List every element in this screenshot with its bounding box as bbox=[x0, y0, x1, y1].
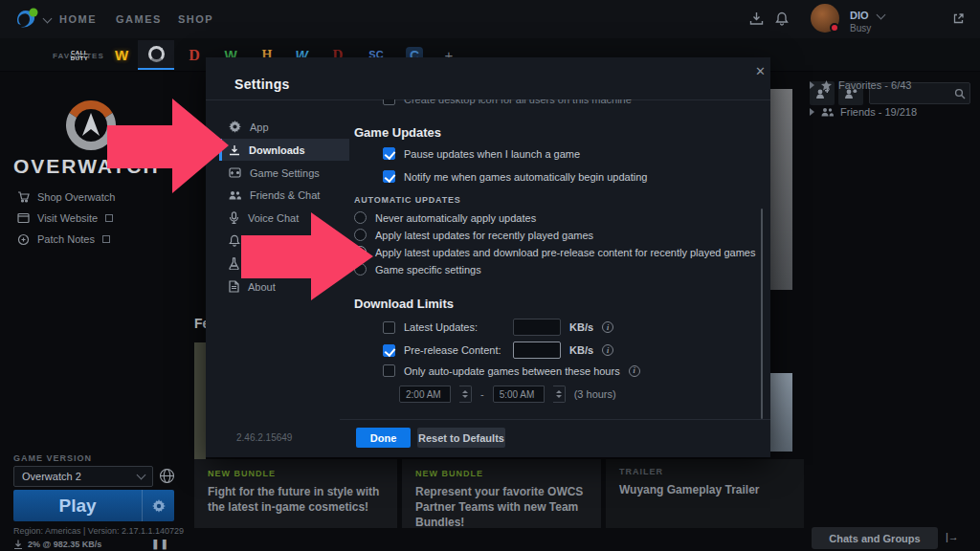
settings-nav-voice-chat[interactable]: Voice Chat bbox=[219, 207, 349, 229]
user-menu-chevron-icon[interactable] bbox=[877, 11, 886, 20]
settings-nav-downloads[interactable]: Downloads bbox=[219, 139, 349, 161]
nav-shop[interactable]: SHOP bbox=[178, 13, 213, 25]
content-scrollbar[interactable] bbox=[761, 209, 763, 419]
settings-nav-app[interactable]: App bbox=[219, 116, 349, 138]
pause-download-button[interactable]: ❚❚ bbox=[151, 539, 169, 549]
settings-nav-friends-chat[interactable]: Friends & Chat bbox=[219, 184, 349, 206]
play-button[interactable]: Play bbox=[13, 490, 174, 521]
settings-nav-notifications[interactable]: Notifications bbox=[219, 230, 349, 252]
notifications-bell-icon[interactable] bbox=[775, 11, 789, 26]
radio-game-specific[interactable]: Game specific settings bbox=[354, 263, 481, 276]
overwatch-logo bbox=[63, 98, 119, 153]
friends-group[interactable]: Friends - 19/218 bbox=[810, 106, 917, 118]
game-title: OVERWATCH bbox=[13, 155, 160, 178]
cut-checkbox-row[interactable]: Create desktop icon for all users on thi… bbox=[383, 99, 632, 105]
link-visit-website[interactable]: Visit Website bbox=[17, 210, 113, 226]
settings-nav-about[interactable]: About bbox=[219, 276, 349, 298]
time-from-stepper[interactable] bbox=[459, 386, 472, 403]
radio-prerelease-selected[interactable]: Apply latest updates and download pre-re… bbox=[354, 246, 755, 258]
background-banner-sliver bbox=[770, 89, 792, 290]
settings-content: Create desktop icon for all users on thi… bbox=[340, 99, 757, 419]
radio[interactable] bbox=[354, 211, 367, 224]
done-button[interactable]: Done bbox=[356, 428, 411, 448]
radio-never-apply[interactable]: Never automatically apply updates bbox=[354, 211, 536, 224]
checkbox[interactable] bbox=[383, 321, 395, 334]
tab-world-of-warcraft[interactable]: W bbox=[103, 40, 140, 70]
favorites-group[interactable]: Favorites - 6/43 bbox=[810, 79, 911, 91]
settings-nav-game-settings[interactable]: Game Settings bbox=[219, 162, 349, 184]
latest-updates-kbps-input[interactable] bbox=[513, 319, 561, 336]
card-title: Represent your favorite OWCS Partner Tea… bbox=[415, 484, 588, 531]
info-icon[interactable]: i bbox=[602, 321, 613, 333]
call-of-duty-icon: CALL DUTY bbox=[70, 50, 89, 61]
pause-updates-row[interactable]: Pause updates when I launch a game bbox=[383, 147, 580, 160]
game-version-select[interactable]: Overwatch 2 bbox=[13, 466, 153, 487]
battle-net-window: HOME GAMES SHOP DIO Busy FAVORITES C bbox=[0, 0, 980, 551]
battle-net-logo[interactable] bbox=[13, 7, 38, 32]
time-to-input[interactable]: 5:00 AM bbox=[493, 386, 545, 403]
tab-call-of-duty[interactable]: CALL DUTY bbox=[61, 40, 98, 70]
tab-overwatch-selected[interactable] bbox=[138, 40, 174, 70]
info-icon[interactable]: i bbox=[629, 365, 640, 377]
gear-icon bbox=[229, 121, 241, 133]
download-arrow-icon bbox=[13, 540, 23, 549]
checkbox[interactable] bbox=[383, 99, 395, 105]
chats-and-groups-button[interactable]: Chats and Groups bbox=[812, 527, 938, 549]
radio-selected[interactable] bbox=[354, 246, 367, 258]
footer-divider bbox=[340, 419, 770, 420]
external-link-icon bbox=[105, 214, 113, 222]
time-to-stepper[interactable] bbox=[553, 386, 566, 403]
close-icon[interactable]: ✕ bbox=[751, 60, 769, 82]
logo-menu-chevron-icon[interactable] bbox=[43, 14, 53, 24]
link-label: Patch Notes bbox=[37, 233, 95, 245]
card-tag: NEW BUNDLE bbox=[415, 469, 588, 478]
friends-icon bbox=[229, 190, 241, 200]
background-image-sliver bbox=[770, 373, 792, 452]
expand-arrow-icon bbox=[810, 81, 814, 89]
link-patch-notes[interactable]: Patch Notes bbox=[17, 231, 110, 247]
download-icon bbox=[229, 144, 240, 156]
reset-to-defaults-button[interactable]: Reset to Defaults bbox=[417, 428, 505, 448]
user-name[interactable]: DIO bbox=[850, 10, 869, 21]
overwatch-icon bbox=[148, 46, 165, 62]
news-card[interactable]: TRAILER Wuyang Gameplay Trailer bbox=[606, 459, 804, 528]
settings-nav-beta[interactable]: Beta bbox=[219, 253, 349, 275]
time-from-input[interactable]: 2:00 AM bbox=[399, 386, 451, 403]
friends-icon bbox=[821, 107, 834, 117]
game-version-value: Overwatch 2 bbox=[22, 471, 81, 482]
external-link-icon bbox=[102, 235, 110, 243]
nav-home[interactable]: HOME bbox=[59, 13, 97, 25]
radio-latest-recent[interactable]: Apply latest updates for recently played… bbox=[354, 229, 593, 241]
prerelease-kbps-input[interactable] bbox=[513, 342, 561, 359]
dialog-title: Settings bbox=[234, 77, 290, 92]
notify-updates-row[interactable]: Notify me when games automatically begin… bbox=[383, 170, 647, 183]
link-shop-overwatch[interactable]: Shop Overwatch bbox=[17, 189, 115, 205]
game-settings-gear-icon[interactable] bbox=[142, 490, 174, 521]
world-of-warcraft-icon: W bbox=[115, 48, 128, 62]
checkbox-checked[interactable] bbox=[383, 147, 395, 160]
downloads-tray-icon[interactable] bbox=[749, 11, 764, 26]
checkbox-checked[interactable] bbox=[383, 170, 395, 183]
user-avatar[interactable] bbox=[811, 4, 839, 33]
region-globe-button[interactable] bbox=[159, 468, 175, 484]
status-busy-dot bbox=[830, 23, 839, 33]
radio[interactable] bbox=[354, 229, 367, 241]
nav-games[interactable]: GAMES bbox=[116, 13, 162, 25]
friends-count: Friends - 19/218 bbox=[840, 106, 917, 118]
cart-icon bbox=[17, 191, 30, 203]
card-title: Fight for the future in style with the l… bbox=[208, 484, 384, 515]
radio[interactable] bbox=[354, 263, 367, 276]
play-label: Play bbox=[13, 496, 142, 517]
browser-window-icon bbox=[17, 212, 30, 224]
collapse-panel-icon[interactable]: |→ bbox=[946, 531, 959, 542]
region-version-line: Region: Americas | Version: 2.17.1.1.140… bbox=[13, 526, 184, 536]
news-card[interactable]: NEW BUNDLE Fight for the future in style… bbox=[194, 459, 397, 528]
news-card[interactable]: NEW BUNDLE Represent your favorite OWCS … bbox=[402, 459, 601, 528]
info-icon[interactable]: i bbox=[602, 344, 613, 356]
checkbox[interactable] bbox=[383, 364, 395, 377]
download-status: 2% @ 982.35 KB/s bbox=[13, 540, 101, 549]
checkbox-checked[interactable] bbox=[383, 344, 395, 357]
pop-out-icon[interactable] bbox=[952, 12, 965, 25]
star-icon bbox=[821, 80, 832, 91]
user-status: Busy bbox=[850, 23, 871, 33]
